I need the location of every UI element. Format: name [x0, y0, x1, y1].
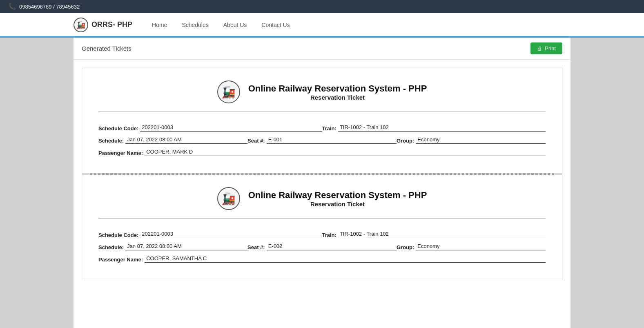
phone-number: 09854698789 / 78945632 — [19, 4, 80, 10]
nav-links: Home Schedules About Us Contact Us — [145, 13, 297, 37]
ticket-1-train-label: Train: — [322, 125, 336, 132]
ticket-1-passenger-label: Passenger Name: — [98, 150, 143, 156]
nav-about[interactable]: About Us — [216, 13, 254, 37]
ticket-2-seat-field: Seat #: E-002 — [247, 243, 397, 250]
ticket-2-train-field: Train: TIR-1002 - Train 102 — [322, 231, 546, 238]
page-title: Generated Tickets — [82, 45, 131, 52]
ticket-1-type: Reservation Ticket — [248, 94, 427, 101]
ticket-1-fields: Schedule Code: 202201-0003 Train: TIR-10… — [98, 124, 546, 156]
top-bar: 📞 09854698789 / 78945632 — [0, 0, 644, 13]
ticket-1-schedule-field: Schedule: Jan 07, 2022 08:00 AM — [98, 136, 247, 144]
print-label: Print — [545, 45, 556, 51]
printer-icon — [537, 45, 542, 51]
nav-home[interactable]: Home — [145, 13, 174, 37]
ticket-2-logo: 🚂 — [217, 187, 240, 210]
ticket-2-schedule-code-label: Schedule Code: — [98, 232, 138, 238]
ticket-1-seat-field: Seat #: E-001 — [247, 136, 397, 144]
ticket-2-schedule-value: Jan 07, 2022 08:00 AM — [125, 243, 247, 250]
brand-link[interactable]: 🚂 ORRS- PHP — [74, 18, 132, 32]
ticket-1-train-field: Train: TIR-1002 - Train 102 — [322, 124, 546, 132]
ticket-2-group-label: Group: — [397, 244, 414, 250]
ticket-1-logo: 🚂 — [217, 80, 240, 103]
ticket-2-seat-label: Seat #: — [247, 244, 265, 250]
ticket-1-group-value: Economy — [416, 136, 546, 144]
ticket-1-schedule-code-value: 202201-0003 — [140, 124, 322, 132]
nav-schedules[interactable]: Schedules — [174, 13, 216, 37]
ticket-2-title-block: Online Railway Reservation System - PHP … — [248, 190, 427, 208]
navbar: 🚂 ORRS- PHP Home Schedules About Us Cont… — [0, 13, 644, 38]
ticket-1-schedule-label: Schedule: — [98, 138, 124, 144]
ticket-2-schedule-code-value: 202201-0003 — [140, 231, 322, 238]
ticket-1: 🚂 Online Railway Reservation System - PH… — [82, 68, 562, 174]
ticket-2-schedule-code-field: Schedule Code: 202201-0003 — [98, 231, 322, 238]
ticket-1-row-1: Schedule Code: 202201-0003 Train: TIR-10… — [98, 124, 546, 132]
ticket-1-seat-label: Seat #: — [247, 138, 265, 144]
ticket-1-group-label: Group: — [397, 138, 414, 144]
brand-logo: 🚂 — [74, 18, 88, 32]
ticket-1-schedule-value: Jan 07, 2022 08:00 AM — [125, 136, 247, 144]
main-content: Generated Tickets Print 🚂 Online Railway… — [74, 38, 570, 328]
nav-contact[interactable]: Contact Us — [254, 13, 297, 37]
ticket-2-seat-value: E-002 — [267, 243, 397, 250]
ticket-2: 🚂 Online Railway Reservation System - PH… — [82, 174, 562, 280]
phone-icon: 📞 — [8, 3, 16, 10]
ticket-2-schedule-label: Schedule: — [98, 244, 124, 250]
ticket-2-group-value: Economy — [416, 243, 546, 250]
ticket-2-train-value: TIR-1002 - Train 102 — [338, 231, 546, 238]
ticket-2-header: 🚂 Online Railway Reservation System - PH… — [98, 187, 546, 219]
ticket-2-row-2: Schedule: Jan 07, 2022 08:00 AM Seat #: … — [98, 243, 546, 250]
ticket-1-group-field: Group: Economy — [397, 136, 546, 144]
ticket-1-title-block: Online Railway Reservation System - PHP … — [248, 83, 427, 101]
ticket-2-type: Reservation Ticket — [248, 201, 427, 208]
ticket-1-schedule-code-label: Schedule Code: — [98, 125, 138, 132]
tickets-header: Generated Tickets Print — [74, 38, 570, 60]
ticket-2-passenger-value: COOPER, SAMANTHA C — [145, 255, 546, 263]
ticket-1-passenger-value: COOPER, MARK D — [145, 149, 546, 156]
ticket-2-schedule-field: Schedule: Jan 07, 2022 08:00 AM — [98, 243, 247, 250]
ticket-1-row-2: Schedule: Jan 07, 2022 08:00 AM Seat #: … — [98, 136, 546, 144]
tickets-wrapper: 🚂 Online Railway Reservation System - PH… — [74, 60, 570, 288]
ticket-1-train-value: TIR-1002 - Train 102 — [338, 124, 546, 132]
ticket-2-passenger-label: Passenger Name: — [98, 257, 143, 263]
print-button[interactable]: Print — [530, 42, 562, 54]
ticket-2-system-name: Online Railway Reservation System - PHP — [248, 190, 427, 201]
ticket-1-row-3: Passenger Name: COOPER, MARK D — [98, 149, 546, 156]
ticket-1-system-name: Online Railway Reservation System - PHP — [248, 83, 427, 94]
ticket-1-header: 🚂 Online Railway Reservation System - PH… — [98, 80, 546, 112]
ticket-1-seat-value: E-001 — [267, 136, 397, 144]
ticket-2-fields: Schedule Code: 202201-0003 Train: TIR-10… — [98, 231, 546, 263]
ticket-2-group-field: Group: Economy — [397, 243, 546, 250]
ticket-2-passenger-field: Passenger Name: COOPER, SAMANTHA C — [98, 255, 546, 263]
ticket-2-row-1: Schedule Code: 202201-0003 Train: TIR-10… — [98, 231, 546, 238]
brand-name: ORRS- PHP — [91, 20, 132, 29]
ticket-2-train-label: Train: — [322, 232, 336, 238]
ticket-1-schedule-code-field: Schedule Code: 202201-0003 — [98, 124, 322, 132]
ticket-2-row-3: Passenger Name: COOPER, SAMANTHA C — [98, 255, 546, 263]
ticket-1-passenger-field: Passenger Name: COOPER, MARK D — [98, 149, 546, 156]
